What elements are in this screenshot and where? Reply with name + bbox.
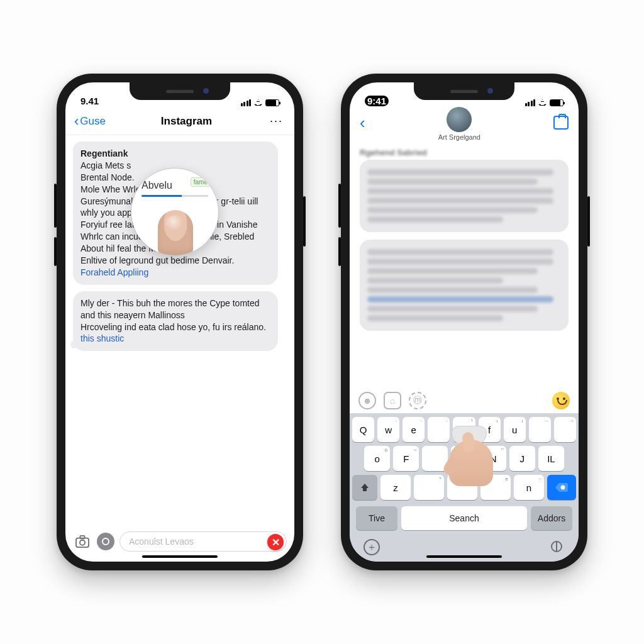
back-button[interactable]: ‹: [360, 113, 365, 133]
clear-button[interactable]: ✕: [267, 534, 284, 550]
key-N[interactable]: Nᴴ: [480, 446, 506, 471]
finger-icon: [158, 210, 193, 255]
message-input[interactable]: Aconulst Levaos ✕: [119, 531, 287, 552]
key-o[interactable]: oô: [364, 446, 390, 471]
emoji-icon[interactable]: [552, 392, 570, 409]
key-e[interactable]: e·: [402, 417, 425, 442]
mic-button[interactable]: [548, 539, 565, 555]
key-blank[interactable]: [447, 475, 477, 500]
back-button[interactable]: ‹ Guse: [74, 113, 106, 130]
key-IL[interactable]: IL: [538, 446, 564, 471]
page-title: Instagram: [161, 115, 212, 128]
svg-rect-2: [80, 536, 84, 539]
notch: [414, 82, 514, 100]
compose-bar: Aconulst Levaos ✕: [65, 531, 294, 552]
message-link[interactable]: this shustic: [80, 333, 124, 343]
more-button[interactable]: ···: [267, 112, 286, 130]
signal-icon: [241, 99, 252, 106]
key-z[interactable]: z: [380, 475, 411, 500]
message-bubble: [360, 160, 569, 232]
key- [interactable]: ·‹: [554, 417, 576, 442]
keyboard-space[interactable]: Seanch: [401, 506, 527, 530]
message-placeholder: Aconulst Levaos: [129, 536, 194, 547]
key-T[interactable]: T¹: [453, 417, 475, 442]
nav-header: ‹ Art Srgelgand: [350, 108, 579, 138]
apps-button[interactable]: [97, 533, 114, 550]
key- [interactable]: ··: [529, 417, 551, 442]
chevron-left-icon: ‹: [74, 113, 79, 130]
camera-button[interactable]: [73, 532, 92, 551]
key-blank[interactable]: ᵏ: [414, 475, 444, 500]
phone-right: 9:41 ‹ Art Srgelgand Rgehend Sabried: [341, 74, 587, 570]
shift-key[interactable]: [352, 475, 377, 500]
keyboard: Qw·e· ·T¹fıuı ·· ·‹ oôF¬H·NᴴJIL zᵏen·· T…: [350, 413, 579, 562]
svg-point-4: [561, 486, 565, 490]
chat-area[interactable]: Regentiank Acgia Mets s Brental Node. Mo…: [65, 135, 294, 562]
gif-button[interactable]: ⌂: [384, 392, 401, 409]
message-bubble[interactable]: Mly der - This buh the mores the Cype to…: [73, 291, 278, 352]
archive-button[interactable]: [553, 116, 569, 130]
home-indicator[interactable]: [142, 555, 218, 558]
memoji-button[interactable]: ⓜ: [409, 392, 426, 409]
svg-point-3: [103, 538, 109, 545]
message-body: Mly der - This buh the mores the Cype to…: [80, 298, 266, 332]
keyboard-right-fn[interactable]: Addors: [531, 506, 572, 530]
phone-left: 9.41 ‹ Guse Instagram ··· Regentiank Acg…: [57, 74, 303, 570]
text-magnifier: fame Abvelu: [131, 168, 219, 256]
notch: [130, 82, 230, 100]
wifi-icon: [253, 99, 263, 106]
avatar: [447, 107, 472, 132]
battery-icon: [265, 99, 279, 106]
key-f[interactable]: fı: [479, 417, 501, 442]
key-J[interactable]: J: [509, 446, 535, 471]
signal-icon: [525, 99, 536, 106]
home-indicator[interactable]: [426, 555, 502, 558]
plus-button[interactable]: ＋: [364, 539, 380, 555]
keyboard-row-2: oôF¬H·NᴴJIL: [352, 446, 576, 471]
key-n[interactable]: n··: [514, 475, 544, 500]
key- [interactable]: ·: [428, 417, 450, 442]
nav-header: ‹ Guse Instagram ···: [65, 108, 294, 135]
key-F[interactable]: F¬: [393, 446, 419, 471]
status-time: 9.41: [80, 96, 99, 106]
key-Q[interactable]: Q: [352, 417, 374, 442]
key-blank[interactable]: e: [480, 475, 511, 500]
delete-key[interactable]: [547, 475, 576, 500]
back-label: Guse: [80, 115, 106, 128]
blurred-heading: Rgehend Sabried: [360, 148, 569, 157]
message-bubble: [360, 240, 569, 331]
contact-header[interactable]: Art Srgelgand: [365, 104, 553, 141]
screen-left: 9.41 ‹ Guse Instagram ··· Regentiank Acg…: [65, 82, 294, 562]
svg-point-1: [80, 540, 85, 545]
key-u[interactable]: uı: [504, 417, 526, 442]
keyboard-left-fn[interactable]: Tive: [356, 506, 397, 530]
keyboard-bottom-row: Tive Seanch Addors: [352, 504, 576, 530]
svg-rect-0: [76, 538, 89, 548]
key-blank[interactable]: [422, 446, 448, 471]
wifi-icon: [538, 99, 547, 106]
message-link[interactable]: Foraheld Appliing: [80, 267, 148, 277]
battery-icon: [550, 99, 564, 106]
screen-right: 9:41 ‹ Art Srgelgand Rgehend Sabried: [350, 82, 579, 562]
input-toolbar: ☻ ⌂ ⓜ: [350, 389, 579, 413]
key-H[interactable]: H·: [451, 446, 477, 471]
contact-name: Art Srgelgand: [438, 133, 480, 141]
sticker-button[interactable]: ☻: [358, 392, 376, 409]
magnifier-label: Abvelu: [142, 180, 172, 191]
keyboard-row-3: zᵏen··: [352, 475, 576, 500]
keyboard-row-1: Qw·e· ·T¹fıuı ·· ·‹: [352, 417, 576, 442]
chat-area[interactable]: Rgehend Sabried: [350, 138, 579, 389]
magnifier-cursor-bar: [142, 195, 208, 197]
key-w[interactable]: w·: [377, 417, 399, 442]
message-heading: Regentiank: [80, 148, 128, 158]
